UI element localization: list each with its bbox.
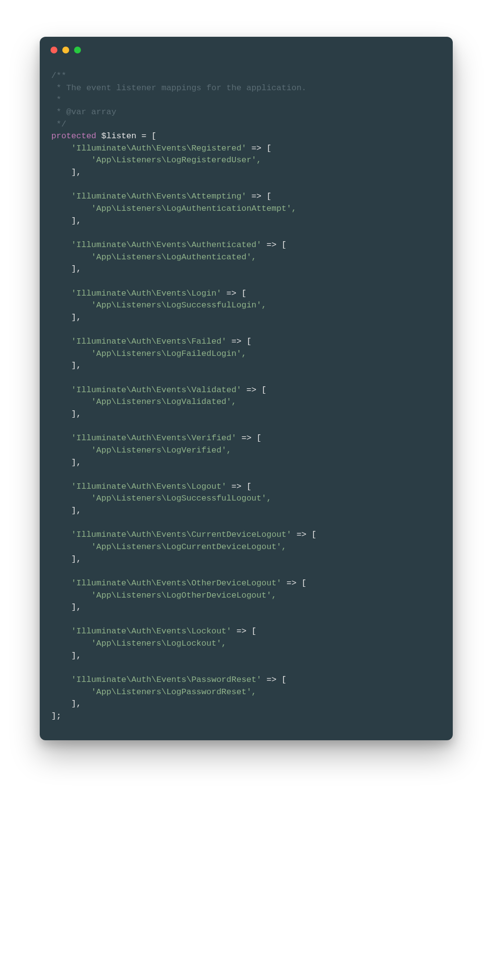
arrow-open-bracket: => [ [261, 240, 286, 250]
string-quote-close-comma: ', [266, 591, 276, 600]
string-quote-open: ' [52, 639, 97, 648]
string-quote-open: ' [52, 542, 97, 552]
indent [52, 554, 72, 564]
event-class: Illuminate\Auth\Events\Failed [77, 337, 222, 346]
code-line: ], [52, 602, 441, 614]
string-quote-open: ' [52, 530, 77, 539]
code-line: 'App\Listeners\LogValidated', [52, 396, 441, 408]
arrow-open-bracket: => [ [246, 192, 271, 201]
listener-class: App\Listeners\LogCurrentDeviceLogout [96, 542, 276, 552]
string-quote-open: ' [52, 578, 77, 588]
string-quote-open: ' [52, 433, 77, 443]
string-quote-close: ' [257, 675, 261, 684]
blank-line [52, 565, 441, 578]
string-quote-open: ' [52, 349, 97, 358]
blank-line [52, 469, 441, 481]
string-quote-close-comma: ', [216, 639, 226, 648]
listener-class: App\Listeners\LogSuccessfulLogout [96, 494, 261, 503]
indent [52, 603, 72, 612]
code-line: protected $listen = [ [52, 130, 441, 143]
code-line: ], [52, 553, 441, 566]
minimize-icon[interactable] [62, 47, 69, 53]
code-line: */ [52, 119, 441, 131]
code-line: 'App\Listeners\LogFailedLogin', [52, 348, 441, 360]
string-quote-open: ' [52, 252, 97, 262]
string-quote-open: ' [52, 192, 77, 201]
event-class: Illuminate\Auth\Events\PasswordReset [77, 675, 257, 684]
keyword-protected: protected [52, 131, 97, 141]
indent [52, 361, 72, 370]
string-quote-close: ' [241, 192, 246, 201]
close-icon[interactable] [51, 47, 57, 53]
code-line: 'Illuminate\Auth\Events\CurrentDeviceLog… [52, 529, 441, 541]
arrow-open-bracket: => [ [246, 144, 271, 153]
code-line: 'Illuminate\Auth\Events\PasswordReset' =… [52, 674, 441, 686]
code-line: 'App\Listeners\LogAuthenticated', [52, 251, 441, 264]
string-quote-open: ' [52, 155, 97, 165]
arrow-open-bracket: => [ [236, 433, 261, 443]
close-bracket-comma: ], [71, 361, 81, 370]
string-quote-close: ' [286, 530, 291, 539]
close-bracket-comma: ], [71, 458, 81, 467]
string-quote-open: ' [52, 482, 77, 491]
maximize-icon[interactable] [74, 47, 81, 53]
string-quote-open: ' [52, 240, 77, 250]
code-line: 'Illuminate\Auth\Events\Validated' => [ [52, 384, 441, 397]
event-class: Illuminate\Auth\Events\OtherDeviceLogout [77, 578, 277, 588]
event-class: Illuminate\Auth\Events\Logout [77, 482, 222, 491]
string-quote-open: ' [52, 289, 77, 298]
code-line: 'Illuminate\Auth\Events\Failed' => [ [52, 336, 441, 348]
code-line: 'Illuminate\Auth\Events\Registered' => [ [52, 143, 441, 155]
listener-class: App\Listeners\LogFailedLogin [96, 349, 236, 358]
comment-line: * The event listener mappings for the ap… [52, 83, 307, 93]
code-line: ], [52, 698, 441, 710]
string-quote-close: ' [277, 578, 282, 588]
event-class: Illuminate\Auth\Events\Login [77, 289, 217, 298]
indent [52, 216, 72, 226]
string-quote-open: ' [52, 204, 97, 213]
code-line: 'Illuminate\Auth\Events\Login' => [ [52, 288, 441, 300]
close-bracket-comma: ], [71, 313, 81, 322]
blank-line [52, 421, 441, 433]
string-quote-close: ' [221, 337, 226, 346]
code-block: /** * The event listener mappings for th… [40, 58, 453, 728]
string-quote-close-comma: ', [257, 301, 266, 310]
blank-line [52, 662, 441, 674]
code-line: * The event listener mappings for the ap… [52, 82, 441, 95]
close-bracket-comma: ], [71, 168, 81, 177]
close-bracket-comma: ], [71, 699, 81, 708]
indent [52, 313, 72, 322]
string-quote-close: ' [257, 240, 261, 250]
string-quote-close-comma: ', [227, 397, 236, 406]
string-quote-close-comma: ', [246, 687, 256, 697]
string-quote-open: ' [52, 144, 77, 153]
code-line: ]; [52, 710, 441, 723]
string-quote-open: ' [52, 687, 97, 697]
string-quote-open: ' [52, 675, 77, 684]
string-quote-close-comma: ', [246, 252, 256, 262]
string-quote-close: ' [236, 385, 241, 395]
code-line: ], [52, 167, 441, 179]
code-line: 'App\Listeners\LogOtherDeviceLogout', [52, 590, 441, 602]
blank-line [52, 517, 441, 529]
string-quote-close: ' [241, 144, 246, 153]
string-quote-close-comma: ', [236, 349, 246, 358]
close-bracket-comma: ], [71, 554, 81, 564]
comment-open: /** [52, 71, 67, 80]
comment-line: * [52, 95, 61, 104]
blank-line [52, 324, 441, 336]
code-line: ], [52, 505, 441, 517]
indent [52, 168, 72, 177]
listener-class: App\Listeners\LogPasswordReset [96, 687, 246, 697]
indent [52, 458, 72, 467]
blank-line [52, 179, 441, 191]
blank-line [52, 372, 441, 384]
code-line: /** [52, 70, 441, 82]
indent [52, 409, 72, 419]
close-bracket-comma: ], [71, 603, 81, 612]
variable-listen: $listen [102, 131, 136, 141]
arrow-open-bracket: => [ [232, 627, 257, 636]
listener-class: App\Listeners\LogValidated [96, 397, 226, 406]
listener-class: App\Listeners\LogVerified [96, 446, 221, 455]
comment-close: */ [52, 120, 67, 129]
